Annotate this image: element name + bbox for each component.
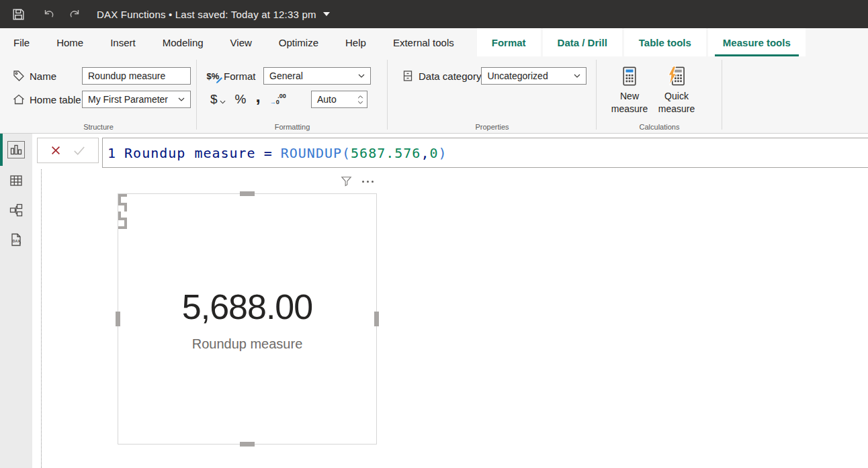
data-category-label: Data category [419,71,481,82]
group-label-structure: Structure [0,123,197,131]
home-table-label: Home table [30,94,81,105]
spinner-down-icon[interactable] [357,101,363,104]
ribbon-tab-row: File Home Insert Modeling View Optimize … [0,28,868,56]
tab-home[interactable]: Home [43,28,97,56]
group-label-properties: Properties [388,123,597,131]
data-category-icon [400,69,416,83]
thousands-separator-button[interactable]: , [255,93,260,106]
tab-external-tools[interactable]: External tools [380,28,468,56]
table-grid-icon [9,173,24,188]
card-content: 5,688.00 Roundup measure [118,194,376,444]
sidebar-item-table-view[interactable] [0,166,32,195]
tab-data-drill[interactable]: Data / Drill [543,28,622,56]
save-icon[interactable] [8,4,28,24]
sidebar-item-dax-query-view[interactable]: DAX [0,225,32,254]
line-number: 1 [107,145,116,161]
ribbon-group-calculations: New measure Quick measure [597,56,722,133]
page-boundary-dotted-line [41,169,42,468]
card-label: Roundup measure [192,336,303,352]
tab-measure-tools[interactable]: Measure tools [708,28,806,56]
spinner-up-icon[interactable] [357,95,363,99]
ribbon: Name Roundup measure Home table My First… [0,56,868,134]
data-category-select[interactable]: Uncategorized [481,67,587,85]
tab-modeling[interactable]: Modeling [149,28,217,56]
dax-query-icon: DAX [9,232,24,247]
report-canvas[interactable]: 5,688.00 Roundup measure [32,169,868,468]
name-label: Name [30,71,56,82]
format-label: Format [224,71,256,82]
model-relationships-icon [9,203,24,218]
contextual-tabs: Format Data / Drill Table tools Measure … [477,28,808,56]
calculator-icon [619,64,640,89]
chevron-down-icon [358,74,365,78]
measure-name-input[interactable]: Roundup measure [82,67,191,85]
decimal-places-stepper[interactable]: Auto [311,91,367,108]
resize-handle-bottom[interactable] [240,442,255,447]
checkmark-icon[interactable] [73,144,86,156]
visual-hover-toolbar [340,175,374,187]
document-title: DAX Functions • Last saved: Today at 12:… [97,9,316,20]
chevron-down-icon [574,74,580,78]
home-icon [11,93,27,106]
tab-optimize[interactable]: Optimize [265,28,332,56]
dax-function-token: ROUNDUP [281,145,342,161]
tab-view[interactable]: View [217,28,265,56]
svg-text:DAX: DAX [13,239,21,243]
percent-format-button[interactable]: % [235,92,247,107]
sidebar-item-model-view[interactable] [0,195,32,225]
card-visual[interactable]: 5,688.00 Roundup measure [118,193,377,444]
view-switcher-sidebar: DAX [0,134,32,468]
resize-handle-left[interactable] [116,312,120,326]
tab-help[interactable]: Help [332,28,380,56]
bar-chart-icon [9,142,24,157]
pencil-icon [216,77,223,84]
chevron-down-icon [220,100,226,104]
tab-file[interactable]: File [0,28,43,56]
redo-icon[interactable] [64,4,85,24]
undo-icon[interactable] [39,4,59,24]
title-dropdown-caret-icon[interactable] [323,12,330,16]
resize-handle-top[interactable] [240,191,255,196]
lightning-calculator-icon [666,64,687,89]
ribbon-group-properties: Data category Uncategorized Properties [388,56,597,133]
title-bar: DAX Functions • Last saved: Today at 12:… [0,0,868,28]
format-select[interactable]: General [263,67,371,85]
resize-handle-right[interactable] [374,312,379,326]
dax-formula-bar: 1Roundup measure=ROUNDUP(5687.576,0) [32,134,868,169]
tag-icon [11,69,27,83]
tab-format[interactable]: Format [477,28,541,56]
powerbi-window: DAX Functions • Last saved: Today at 12:… [0,0,868,468]
more-options-icon[interactable] [362,181,374,183]
format-icon: $% [205,71,221,81]
chevron-down-icon [178,97,185,101]
tab-insert[interactable]: Insert [97,28,149,56]
sidebar-item-report-view[interactable] [0,134,32,166]
currency-format-button[interactable]: $ [210,92,226,107]
group-label-formatting: Formatting [197,123,388,131]
ribbon-group-structure: Name Roundup measure Home table My First… [0,56,197,133]
card-value: 5,688.00 [182,287,312,327]
formula-input[interactable]: 1Roundup measure=ROUNDUP(5687.576,0) [102,138,868,168]
formula-commit-controls [37,138,99,163]
ribbon-group-formatting: $% Format General $ [197,56,388,133]
cancel-icon[interactable] [50,144,62,156]
tab-table-tools[interactable]: Table tools [624,28,706,56]
home-table-select[interactable]: My First Parameter [82,91,191,108]
decimal-places-icon[interactable]: .00 →0 [270,93,286,105]
filter-icon[interactable] [340,175,353,187]
group-label-calculations: Calculations [597,123,722,131]
